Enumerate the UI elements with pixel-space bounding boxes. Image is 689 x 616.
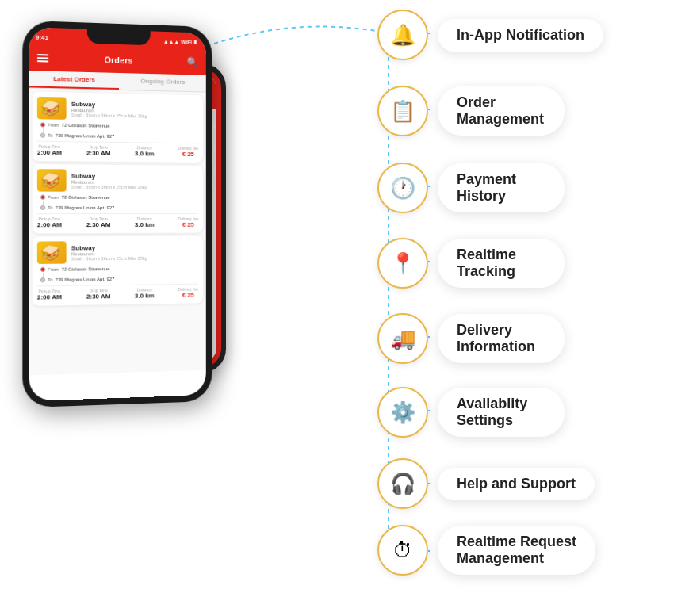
delivery-icon-circle: 🚚	[377, 313, 428, 364]
route-from-1: From 72 Gislason Stravenue	[40, 122, 198, 129]
order-info-2: Subway Restaurant Small : 30cm x 30cm x …	[71, 172, 198, 189]
support-text: Help and Support	[457, 476, 576, 492]
price-1: Delivery fee € 25	[178, 146, 198, 158]
feature-tracking: 📍 Realtime Tracking	[377, 238, 565, 289]
from-dot-2	[40, 195, 45, 200]
to-dot-1	[40, 133, 45, 138]
menu-icon[interactable]	[37, 54, 48, 63]
from-dot-1	[40, 122, 45, 127]
route-to-3: To 739 Magnus Union Apt. 927	[40, 276, 198, 282]
from-dot-3	[40, 267, 45, 272]
feature-order-mgmt: 📋 Order Management	[377, 86, 565, 136]
to-dot-2	[40, 205, 45, 210]
battery-icon: ▮	[193, 39, 197, 45]
order-mgmt-label: Order Management	[438, 86, 565, 136]
pickup-time-3: Pickup Time 2:00 AM	[37, 289, 62, 301]
feature-support: 🎧 Help and Support	[377, 458, 595, 509]
phone-notch	[87, 29, 151, 46]
clock-icon: 🕐	[390, 176, 415, 201]
search-icon[interactable]: 🔍	[187, 57, 199, 68]
feature-delivery: 🚚 Delivery Information	[377, 313, 565, 364]
dist-val-1: 3.0 km	[135, 150, 155, 157]
order-info-3: Subway Restaurant Small : 30cm x 30cm x …	[71, 243, 198, 261]
food-image-1	[37, 97, 67, 120]
price-2: Delivery fee € 25	[178, 216, 198, 228]
price-3: Delivery fee € 25	[178, 287, 198, 299]
drop-time-2: Drop Time 2:30 AM	[86, 216, 111, 228]
fee-val-1: € 25	[178, 151, 198, 158]
from-label-3: From	[48, 267, 59, 272]
distance-2: Distance 3.0 km	[135, 216, 155, 228]
from-addr-1: 72 Gislason Stravenue	[62, 123, 110, 128]
pickup-val-3: 2:00 AM	[37, 293, 62, 301]
order-card-2: Subway Restaurant Small : 30cm x 30cm x …	[33, 164, 203, 233]
from-label-2: From	[48, 195, 59, 200]
drop-time-3: Drop Time 2:30 AM	[86, 288, 111, 300]
tab-latest[interactable]: Latest Orders	[29, 71, 119, 90]
notification-text: In-App Notification	[457, 27, 584, 43]
payment-text: Payment History	[457, 171, 516, 204]
route-to-2: To 739 Magnus Union Apt. 927	[40, 205, 198, 210]
pickup-time-1: Pickup Time 2:00 AM	[37, 144, 62, 157]
order-name-2: Subway	[71, 172, 198, 180]
app-title: Orders	[104, 55, 132, 65]
availability-text: Availablity Settings	[457, 396, 527, 428]
route-to-1: To 739 Magnus Union Apt. 927	[40, 133, 198, 140]
order-card-3: Subway Restaurant Small : 30cm x 30cm x …	[33, 236, 203, 306]
bell-icon: 🔔	[390, 23, 415, 48]
to-addr-1: 739 Magnus Union Apt. 927	[56, 133, 115, 139]
pin-icon: 📍	[390, 251, 415, 276]
tracking-icon-circle: 📍	[377, 238, 428, 289]
fee-val-2: € 25	[178, 221, 198, 228]
wifi-icon: WiFi	[181, 39, 192, 44]
phone-front: 9:41 ▲▲▲ WiFi ▮ Orders 🔍 Latest Orders O…	[22, 21, 212, 408]
to-dot-3	[40, 277, 45, 282]
order-size-3: Small : 30cm x 30cm x 25cm Max 25kg	[71, 255, 198, 261]
order-top-1: Subway Restaurant Small : 30cm x 30cm x …	[37, 97, 198, 122]
signal-icon: ▲▲▲	[163, 38, 179, 44]
tracking-label: Realtime Tracking	[438, 239, 565, 288]
delivery-label: Delivery Information	[438, 314, 565, 363]
drop-val-2: 2:30 AM	[86, 221, 111, 228]
support-icon-circle: 🎧	[377, 458, 428, 509]
to-label-3: To	[48, 277, 52, 282]
from-addr-3: 72 Gislason Stravenue	[62, 266, 110, 272]
to-label-1: To	[48, 133, 52, 138]
food-image-3	[37, 241, 67, 264]
status-time: 9:41	[36, 33, 48, 41]
status-icons: ▲▲▲ WiFi ▮	[163, 38, 197, 45]
payment-icon-circle: 🕐	[377, 163, 428, 213]
route-info-2: From 72 Gislason Stravenue To 739 Magnus…	[37, 195, 198, 210]
order-top-3: Subway Restaurant Small : 30cm x 30cm x …	[37, 241, 198, 264]
timer-icon: ⏱	[392, 538, 413, 563]
to-label-2: To	[48, 205, 52, 210]
availability-label: Availablity Settings	[438, 388, 565, 437]
to-addr-2: 739 Magnus Union Apt. 927	[56, 205, 115, 210]
order-footer-1: Pickup Time 2:00 AM Drop Time 2:30 AM Di…	[37, 141, 198, 158]
support-label: Help and Support	[438, 468, 595, 500]
feature-payment: 🕐 Payment History	[377, 163, 565, 213]
route-info-3: From 72 Gislason Stravenue To 739 Magnus…	[37, 266, 198, 282]
feature-realtime-req: ⏱ Realtime Request Management	[377, 525, 595, 576]
availability-icon-circle: ⚙️	[377, 387, 428, 438]
pickup-val-1: 2:00 AM	[37, 149, 62, 156]
drop-val-1: 2:30 AM	[86, 150, 111, 157]
realtime-req-text: Realtime Request Management	[457, 534, 576, 566]
tab-ongoing[interactable]: Ongoing Orders	[119, 73, 206, 92]
order-footer-2: Pickup Time 2:00 AM Drop Time 2:30 AM Di…	[37, 213, 198, 228]
headset-icon: 🎧	[390, 472, 415, 496]
drop-val-3: 2:30 AM	[86, 293, 111, 300]
realtime-req-label: Realtime Request Management	[438, 526, 595, 575]
route-from-2: From 72 Gislason Stravenue	[40, 195, 198, 201]
order-top-2: Subway Restaurant Small : 30cm x 30cm x …	[37, 169, 198, 192]
notification-icon-circle: 🔔	[377, 10, 428, 60]
order-card-1: Subway Restaurant Small : 30cm x 30cm x …	[33, 92, 203, 163]
tracking-text: Realtime Tracking	[457, 247, 516, 279]
dist-val-2: 3.0 km	[135, 221, 155, 228]
order-info-1: Subway Restaurant Small : 30cm x 30cm x …	[71, 100, 198, 119]
order-footer-3: Pickup Time 2:00 AM Drop Time 2:30 AM Di…	[37, 284, 198, 301]
feature-availability: ⚙️ Availablity Settings	[377, 387, 565, 438]
gear-icon: ⚙️	[390, 400, 415, 425]
food-image-2	[37, 169, 67, 192]
orders-list: Subway Restaurant Small : 30cm x 30cm x …	[29, 88, 206, 375]
